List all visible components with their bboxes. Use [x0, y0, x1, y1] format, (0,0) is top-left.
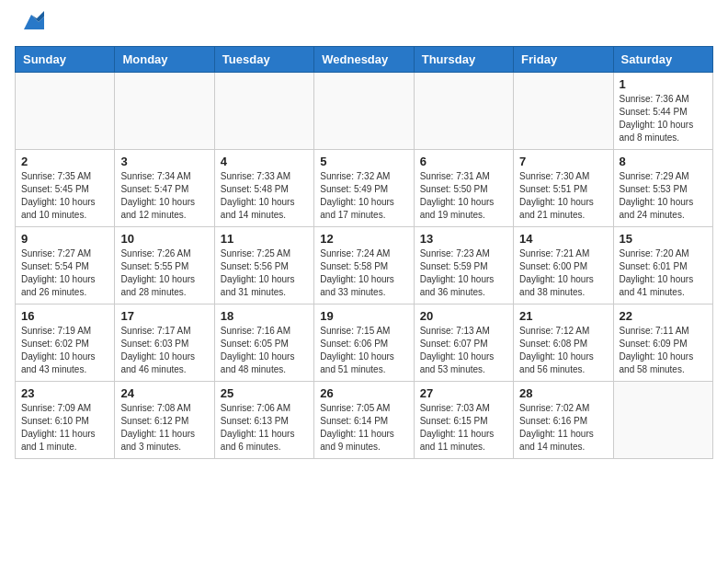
day-info: Sunrise: 7:35 AM Sunset: 5:45 PM Dayligh… — [21, 170, 108, 222]
day-number: 24 — [120, 386, 208, 400]
weekday-header-friday: Friday — [514, 47, 613, 73]
day-number: 5 — [320, 155, 407, 168]
day-number: 10 — [120, 232, 208, 246]
day-info: Sunrise: 7:36 AM Sunset: 5:44 PM Dayligh… — [620, 93, 707, 144]
day-info: Sunrise: 7:25 AM Sunset: 5:56 PM Dayligh… — [221, 247, 308, 299]
day-info: Sunrise: 7:06 AM Sunset: 6:13 PM Dayligh… — [221, 402, 308, 454]
calendar-week-row: 2Sunrise: 7:35 AM Sunset: 5:45 PM Daylig… — [16, 150, 713, 227]
day-number: 13 — [420, 232, 507, 246]
day-number: 23 — [21, 386, 108, 400]
day-info: Sunrise: 7:27 AM Sunset: 5:54 PM Dayligh… — [21, 247, 108, 299]
calendar-day-5: 5Sunrise: 7:32 AM Sunset: 5:49 PM Daylig… — [314, 150, 414, 227]
day-info: Sunrise: 7:08 AM Sunset: 6:12 PM Dayligh… — [120, 402, 208, 454]
weekday-header-saturday: Saturday — [613, 47, 712, 73]
calendar-day-12: 12Sunrise: 7:24 AM Sunset: 5:58 PM Dayli… — [314, 227, 414, 304]
calendar-day-4: 4Sunrise: 7:33 AM Sunset: 5:48 PM Daylig… — [214, 150, 313, 227]
logo-icon — [18, 9, 44, 35]
day-info: Sunrise: 7:09 AM Sunset: 6:10 PM Dayligh… — [21, 402, 108, 454]
day-number: 19 — [320, 309, 407, 323]
day-number: 17 — [120, 309, 208, 323]
day-info: Sunrise: 7:13 AM Sunset: 6:07 PM Dayligh… — [420, 325, 507, 376]
weekday-header-row: SundayMondayTuesdayWednesdayThursdayFrid… — [16, 47, 713, 73]
calendar-empty-cell — [115, 73, 214, 150]
calendar-day-9: 9Sunrise: 7:27 AM Sunset: 5:54 PM Daylig… — [16, 227, 115, 304]
day-info: Sunrise: 7:16 AM Sunset: 6:05 PM Dayligh… — [221, 325, 308, 376]
weekday-header-monday: Monday — [115, 47, 214, 73]
weekday-header-sunday: Sunday — [16, 47, 115, 73]
calendar-empty-cell — [613, 382, 712, 459]
day-number: 4 — [221, 155, 308, 168]
calendar-day-13: 13Sunrise: 7:23 AM Sunset: 5:59 PM Dayli… — [414, 227, 513, 304]
calendar-day-22: 22Sunrise: 7:11 AM Sunset: 6:09 PM Dayli… — [613, 304, 712, 382]
day-info: Sunrise: 7:23 AM Sunset: 5:59 PM Dayligh… — [420, 247, 507, 299]
calendar-table: SundayMondayTuesdayWednesdayThursdayFrid… — [15, 46, 713, 459]
weekday-header-wednesday: Wednesday — [314, 47, 414, 73]
day-info: Sunrise: 7:24 AM Sunset: 5:58 PM Dayligh… — [320, 247, 407, 299]
calendar-day-20: 20Sunrise: 7:13 AM Sunset: 6:07 PM Dayli… — [414, 304, 513, 382]
calendar-week-row: 9Sunrise: 7:27 AM Sunset: 5:54 PM Daylig… — [16, 227, 713, 304]
calendar-day-25: 25Sunrise: 7:06 AM Sunset: 6:13 PM Dayli… — [214, 382, 313, 459]
day-info: Sunrise: 7:34 AM Sunset: 5:47 PM Dayligh… — [120, 170, 208, 222]
day-info: Sunrise: 7:12 AM Sunset: 6:08 PM Dayligh… — [519, 325, 607, 376]
day-number: 16 — [21, 309, 108, 323]
day-info: Sunrise: 7:15 AM Sunset: 6:06 PM Dayligh… — [320, 325, 407, 376]
day-number: 21 — [519, 309, 607, 323]
day-number: 26 — [320, 386, 407, 400]
day-number: 1 — [620, 77, 707, 91]
calendar-day-3: 3Sunrise: 7:34 AM Sunset: 5:47 PM Daylig… — [115, 150, 214, 227]
calendar-empty-cell — [314, 73, 414, 150]
day-number: 9 — [21, 232, 108, 246]
calendar-day-2: 2Sunrise: 7:35 AM Sunset: 5:45 PM Daylig… — [16, 150, 115, 227]
day-number: 11 — [221, 232, 308, 246]
day-number: 2 — [21, 155, 108, 168]
day-info: Sunrise: 7:20 AM Sunset: 6:01 PM Dayligh… — [620, 247, 707, 299]
calendar-day-11: 11Sunrise: 7:25 AM Sunset: 5:56 PM Dayli… — [214, 227, 313, 304]
day-info: Sunrise: 7:32 AM Sunset: 5:49 PM Dayligh… — [320, 170, 407, 222]
calendar-empty-cell — [214, 73, 313, 150]
calendar-day-6: 6Sunrise: 7:31 AM Sunset: 5:50 PM Daylig… — [414, 150, 513, 227]
calendar-day-18: 18Sunrise: 7:16 AM Sunset: 6:05 PM Dayli… — [214, 304, 313, 382]
day-info: Sunrise: 7:31 AM Sunset: 5:50 PM Dayligh… — [420, 170, 507, 222]
calendar-empty-cell — [16, 73, 115, 150]
calendar-day-8: 8Sunrise: 7:29 AM Sunset: 5:53 PM Daylig… — [613, 150, 712, 227]
calendar-day-16: 16Sunrise: 7:19 AM Sunset: 6:02 PM Dayli… — [16, 304, 115, 382]
calendar-day-19: 19Sunrise: 7:15 AM Sunset: 6:06 PM Dayli… — [314, 304, 414, 382]
day-info: Sunrise: 7:26 AM Sunset: 5:55 PM Dayligh… — [120, 247, 208, 299]
calendar-day-27: 27Sunrise: 7:03 AM Sunset: 6:15 PM Dayli… — [414, 382, 513, 459]
calendar-empty-cell — [414, 73, 513, 150]
calendar-day-7: 7Sunrise: 7:30 AM Sunset: 5:51 PM Daylig… — [514, 150, 613, 227]
calendar-empty-cell — [514, 73, 613, 150]
calendar-week-row: 23Sunrise: 7:09 AM Sunset: 6:10 PM Dayli… — [16, 382, 713, 459]
day-number: 15 — [620, 232, 707, 246]
calendar-day-26: 26Sunrise: 7:05 AM Sunset: 6:14 PM Dayli… — [314, 382, 414, 459]
calendar-day-28: 28Sunrise: 7:02 AM Sunset: 6:16 PM Dayli… — [514, 382, 613, 459]
day-number: 8 — [620, 155, 707, 168]
day-number: 12 — [320, 232, 407, 246]
calendar-day-14: 14Sunrise: 7:21 AM Sunset: 6:00 PM Dayli… — [514, 227, 613, 304]
logo — [15, 15, 44, 35]
day-number: 28 — [519, 386, 607, 400]
day-number: 27 — [420, 386, 507, 400]
day-info: Sunrise: 7:17 AM Sunset: 6:03 PM Dayligh… — [120, 325, 208, 376]
day-info: Sunrise: 7:19 AM Sunset: 6:02 PM Dayligh… — [21, 325, 108, 376]
day-info: Sunrise: 7:33 AM Sunset: 5:48 PM Dayligh… — [221, 170, 308, 222]
day-info: Sunrise: 7:03 AM Sunset: 6:15 PM Dayligh… — [420, 402, 507, 454]
day-number: 6 — [420, 155, 507, 168]
calendar-week-row: 1Sunrise: 7:36 AM Sunset: 5:44 PM Daylig… — [16, 73, 713, 150]
day-info: Sunrise: 7:21 AM Sunset: 6:00 PM Dayligh… — [519, 247, 607, 299]
calendar-day-10: 10Sunrise: 7:26 AM Sunset: 5:55 PM Dayli… — [115, 227, 214, 304]
day-info: Sunrise: 7:30 AM Sunset: 5:51 PM Dayligh… — [519, 170, 607, 222]
calendar-day-17: 17Sunrise: 7:17 AM Sunset: 6:03 PM Dayli… — [115, 304, 214, 382]
day-info: Sunrise: 7:02 AM Sunset: 6:16 PM Dayligh… — [519, 402, 607, 454]
weekday-header-thursday: Thursday — [414, 47, 513, 73]
day-number: 20 — [420, 309, 507, 323]
weekday-header-tuesday: Tuesday — [214, 47, 313, 73]
day-info: Sunrise: 7:29 AM Sunset: 5:53 PM Dayligh… — [620, 170, 707, 222]
calendar-week-row: 16Sunrise: 7:19 AM Sunset: 6:02 PM Dayli… — [16, 304, 713, 382]
calendar-day-23: 23Sunrise: 7:09 AM Sunset: 6:10 PM Dayli… — [16, 382, 115, 459]
day-number: 18 — [221, 309, 308, 323]
calendar-day-24: 24Sunrise: 7:08 AM Sunset: 6:12 PM Dayli… — [115, 382, 214, 459]
day-number: 7 — [519, 155, 607, 168]
calendar-day-1: 1Sunrise: 7:36 AM Sunset: 5:44 PM Daylig… — [613, 73, 712, 150]
calendar-day-21: 21Sunrise: 7:12 AM Sunset: 6:08 PM Dayli… — [514, 304, 613, 382]
